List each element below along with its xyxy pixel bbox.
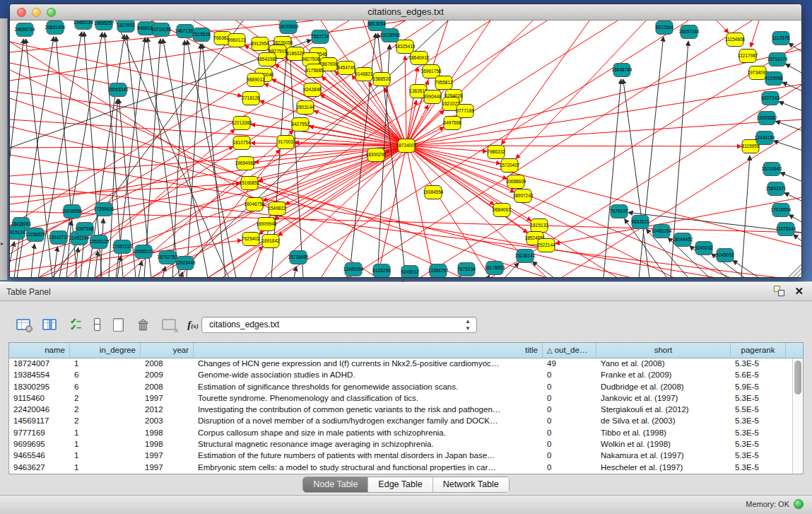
network-node[interactable]: 13942737 <box>49 231 69 245</box>
table-row[interactable]: 2242004622012Investigating the contribut… <box>9 404 803 416</box>
network-node[interactable]: 20691406 <box>45 21 66 35</box>
network-node[interactable]: 7986332 <box>487 146 505 159</box>
network-node[interactable]: 18300295 <box>366 148 387 162</box>
network-node[interactable]: 12444154 <box>755 132 775 145</box>
network-node[interactable]: 9397588 <box>76 223 94 236</box>
network-node[interactable]: 9227343 <box>761 92 779 105</box>
network-node[interactable]: 9853521 <box>631 216 649 229</box>
network-node[interactable]: 1549822 <box>268 202 286 216</box>
table-row[interactable]: 977716911998Corpus callosum shape and si… <box>9 428 803 439</box>
table-row[interactable]: 1830029562008Estimation of significance … <box>9 382 803 393</box>
network-node[interactable]: 18907243 <box>513 189 534 203</box>
table-row[interactable]: 1938455462009Genome-wide association stu… <box>9 370 803 381</box>
network-node[interactable]: 17957223 <box>112 240 133 254</box>
network-node[interactable]: 1810754 <box>233 136 251 150</box>
network-node[interactable]: 7857224 <box>311 30 329 44</box>
network-node[interactable]: 5972564 <box>655 21 673 35</box>
rows-icon[interactable] <box>86 314 107 335</box>
network-node[interactable]: 19384554 <box>423 186 444 199</box>
new-column-icon[interactable] <box>107 314 129 335</box>
column-header-short[interactable]: short <box>596 343 731 358</box>
column-header-year[interactable]: year <box>141 343 194 358</box>
network-node[interactable]: 2522144 <box>537 239 555 252</box>
network-node[interactable]: 2718126 <box>242 92 260 105</box>
network-node[interactable]: 13354297 <box>428 264 449 278</box>
network-node[interactable]: 10719155 <box>151 23 172 37</box>
network-node[interactable]: 9777169 <box>456 105 474 118</box>
delete-column-icon[interactable]: 🗑 <box>133 314 154 335</box>
network-node[interactable]: 10688609 <box>506 175 526 189</box>
network-node[interactable]: 10655257 <box>94 21 114 30</box>
memory-indicator[interactable]: Memory: OK <box>746 499 804 509</box>
column-header-pagerank[interactable]: pagerank <box>731 343 786 358</box>
table-row[interactable]: 946362711997Embryonic stem cells: a mode… <box>9 462 803 474</box>
network-node[interactable]: 8912954 <box>251 37 269 51</box>
network-node[interactable]: 24055724 <box>15 23 35 37</box>
table-selector-dropdown[interactable]: citations_edges.txt ▲▼ <box>201 317 477 333</box>
network-node[interactable]: 17359926 <box>94 203 114 216</box>
network-node[interactable]: 9175685 <box>305 64 324 78</box>
network-node[interactable]: 29053346 <box>108 83 129 97</box>
network-node[interactable]: 7679197 <box>610 205 628 218</box>
network-node[interactable]: 1527602 <box>117 21 135 33</box>
network-node[interactable]: 1815132 <box>530 219 548 233</box>
resize-grip-icon[interactable] <box>789 264 801 277</box>
network-node[interactable]: 12923448 <box>175 257 196 270</box>
network-node[interactable]: 18044452 <box>673 233 693 247</box>
network-node[interactable]: 15716485 <box>288 251 309 264</box>
network-node[interactable]: 6497568 <box>443 117 461 130</box>
column-header-title[interactable]: title <box>194 343 543 358</box>
network-node[interactable]: 11675344 <box>776 223 796 236</box>
network-node[interactable]: 11154808 <box>725 33 745 47</box>
table-row[interactable]: 911546021997Tourette syndrome. Phenomeno… <box>9 393 803 404</box>
network-node[interactable]: 12485394 <box>343 263 364 276</box>
network-node[interactable]: 9245032 <box>695 242 713 255</box>
network-node[interactable]: 9129966 <box>765 72 783 86</box>
network-canvas[interactable]: 1872400776638229960123891295418226058982… <box>10 21 801 277</box>
network-node[interactable]: 9242848 <box>303 83 322 97</box>
network-node[interactable]: 16033809 <box>278 21 299 34</box>
network-node[interactable]: 12213383 <box>232 117 252 130</box>
network-node[interactable]: 917003 <box>277 136 294 149</box>
network-node[interactable]: 9960123 <box>228 34 246 47</box>
network-node[interactable]: 1588520 <box>372 73 391 86</box>
table-options-icon[interactable] <box>13 314 34 335</box>
column-header-name[interactable]: name <box>9 343 70 358</box>
network-node[interactable]: 7955812 <box>435 76 453 90</box>
network-node[interactable]: 18640910 <box>409 52 430 65</box>
network-node[interactable]: 16057344 <box>679 25 700 39</box>
close-panel-icon[interactable]: ✕ <box>794 286 804 296</box>
network-node[interactable]: 16210643 <box>762 163 782 176</box>
network-node[interactable]: 17016504 <box>771 204 792 217</box>
network-node[interactable]: 9684067 <box>493 204 511 217</box>
network-node[interactable]: 7675234 <box>457 263 476 276</box>
table-row[interactable]: 1872400712008Changes of HCN gene express… <box>9 358 803 370</box>
network-node[interactable]: 7625402 <box>242 233 260 246</box>
network-node[interactable]: 8427552 <box>291 118 310 132</box>
network-node[interactable]: 1691842 <box>261 235 280 248</box>
network-node[interactable]: 9889012 <box>247 74 265 87</box>
table-row[interactable]: 946554611997Estimation of the future num… <box>9 450 803 462</box>
network-node[interactable]: 1112576 <box>772 32 790 45</box>
network-node[interactable]: 3915124 <box>10 226 25 240</box>
network-window-titlebar[interactable]: citations_edges.txt <box>10 4 801 21</box>
network-node[interactable]: 7515526 <box>192 28 211 42</box>
tab-edge-table[interactable]: Edge Table <box>368 477 433 492</box>
column-header-out_de[interactable]: △out_de… <box>543 343 596 358</box>
table-row[interactable]: 1456911722003Disruption of a novel membe… <box>9 416 803 427</box>
network-node[interactable]: 18724007 <box>396 139 417 153</box>
column-header-in_degree[interactable]: in_degree <box>70 343 141 358</box>
table-row[interactable]: 969969511998Structural magnetic resonanc… <box>9 439 803 450</box>
network-node[interactable]: 16178953 <box>485 262 505 275</box>
network-node[interactable]: 10481254 <box>652 225 672 238</box>
network-node[interactable]: 15720407 <box>500 159 520 173</box>
network-node[interactable]: 10958107 <box>134 245 154 259</box>
network-node[interactable]: 19218596 <box>380 29 401 42</box>
network-node[interactable]: 15892971 <box>766 182 787 196</box>
network-node[interactable]: 8454749 <box>337 62 355 75</box>
network-node[interactable]: 9245012 <box>401 266 419 278</box>
network-node[interactable]: 2803144 <box>296 101 314 115</box>
network-node[interactable]: 16543382 <box>257 53 278 66</box>
network-node[interactable]: 12505115 <box>89 235 110 249</box>
network-node[interactable]: 12217987 <box>738 49 758 63</box>
